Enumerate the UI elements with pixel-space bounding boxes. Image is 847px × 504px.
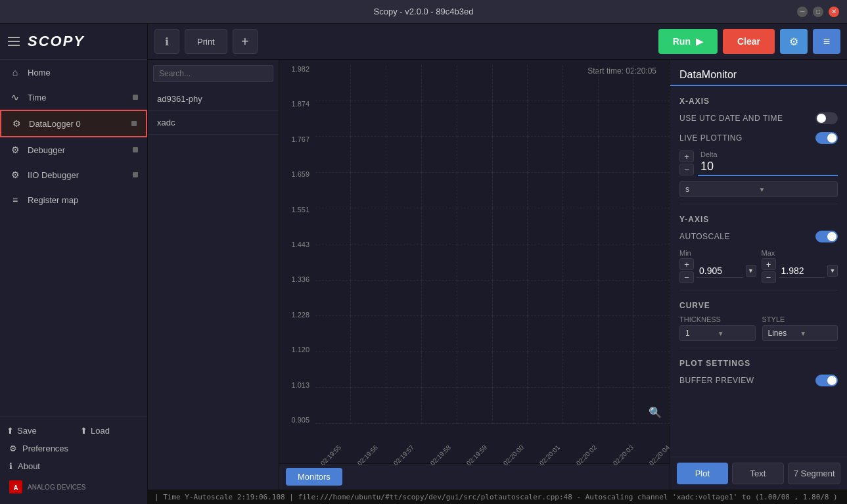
y-label-2: 1.767 xyxy=(291,135,309,143)
delta-increment[interactable]: + xyxy=(679,150,694,162)
sidebar-label-iio-debugger: IIO Debugger xyxy=(28,170,126,180)
style-dropdown[interactable]: Lines ▼ xyxy=(762,325,838,341)
channel-ad9361-label: ad9361-phy xyxy=(157,94,202,104)
datalogger-indicator xyxy=(131,121,137,126)
min-decrement[interactable]: − xyxy=(679,271,694,283)
style-value: Lines xyxy=(768,329,800,338)
thickness-group: THICKNESS 1 ▼ xyxy=(679,315,756,341)
buffer-preview-toggle[interactable] xyxy=(815,375,838,386)
about-button[interactable]: ℹ About xyxy=(0,457,147,475)
main-content: ℹ Print + Run ▶ Clear ⚙ ≡ xyxy=(148,24,847,504)
delta-value-input[interactable] xyxy=(698,158,838,176)
minimize-button[interactable]: ─ xyxy=(797,7,808,17)
preferences-button[interactable]: ⚙ Preferences xyxy=(0,440,147,457)
save-button[interactable]: ⬆ Save xyxy=(0,422,74,440)
min-controls: + − ▼ xyxy=(679,258,756,283)
channel-search-input[interactable] xyxy=(153,65,273,82)
style-chevron-icon: ▼ xyxy=(800,330,832,337)
run-button[interactable]: Run ▶ xyxy=(658,29,718,54)
x-axis-labels: 02:19:55 02:19:56 02:19:57 02:19:58 02:1… xyxy=(315,453,670,460)
segment-tab[interactable]: 7 Segment xyxy=(788,463,840,484)
curve-section: CURVE xyxy=(670,294,847,313)
divider-2 xyxy=(679,290,838,290)
max-increment[interactable]: + xyxy=(762,258,776,270)
status-text: | Time Y-Autoscale 2:19:06.108 | file://… xyxy=(154,493,838,501)
thickness-chevron-icon: ▼ xyxy=(718,330,750,337)
max-value-input[interactable] xyxy=(779,264,825,278)
autoscale-toggle[interactable] xyxy=(815,231,838,242)
delta-label: Delta xyxy=(698,150,838,158)
sidebar-nav: ⌂ Home ∿ Time ⚙ DataLogger 0 ⚙ Debugger … xyxy=(0,60,147,416)
run-icon: ▶ xyxy=(696,36,703,47)
save-icon: ⬆ xyxy=(7,426,14,436)
live-plotting-toggle[interactable] xyxy=(815,132,838,144)
sidebar-item-register-map[interactable]: ≡ Register map xyxy=(0,187,147,212)
max-dropdown[interactable]: ▼ xyxy=(827,265,838,277)
text-tab[interactable]: Text xyxy=(732,463,785,484)
utc-label: USE UTC DATE AND TIME xyxy=(679,114,810,123)
datalogger-icon: ⚙ xyxy=(11,118,22,129)
thickness-label: THICKNESS xyxy=(679,315,756,323)
min-increment[interactable]: + xyxy=(679,258,694,270)
sidebar-label-time: Time xyxy=(28,93,126,103)
close-button[interactable]: ✕ xyxy=(829,7,839,17)
y-label-0: 1.982 xyxy=(291,65,309,73)
sidebar-footer: ⬆ Save ⬆ Load ⚙ Preferences ℹ About A xyxy=(0,416,147,504)
style-label: STYLE xyxy=(762,315,838,323)
channel-ad9361-phy[interactable]: ad9361-phy xyxy=(148,87,279,111)
thickness-dropdown[interactable]: 1 ▼ xyxy=(679,325,756,341)
channel-xadc[interactable]: xadc xyxy=(148,111,279,135)
analog-devices-logo: A ANALOG DEVICES xyxy=(0,475,147,499)
divider-1 xyxy=(679,204,838,204)
sidebar: SCOPY ⌂ Home ∿ Time ⚙ DataLogger 0 ⚙ Deb… xyxy=(0,24,148,504)
delta-unit-value: s xyxy=(685,185,759,194)
utc-toggle[interactable] xyxy=(815,112,838,124)
chevron-down-icon: ▼ xyxy=(759,186,833,193)
debugger-icon: ⚙ xyxy=(9,144,21,156)
minmax-row: Min + − ▼ Max xyxy=(670,246,847,286)
info-button[interactable]: ℹ xyxy=(154,29,179,54)
delta-input-group: Delta xyxy=(698,150,838,176)
print-label: Print xyxy=(197,37,215,47)
hamburger-menu[interactable] xyxy=(8,37,20,46)
menu-button[interactable]: ≡ xyxy=(813,29,840,54)
delta-group: + − Delta xyxy=(670,148,847,179)
settings-button[interactable]: ⚙ xyxy=(780,29,808,54)
min-label: Min xyxy=(679,249,756,257)
sidebar-item-datalogger[interactable]: ⚙ DataLogger 0 xyxy=(0,110,147,137)
curve-settings-row: THICKNESS 1 ▼ STYLE Lines ▼ xyxy=(670,313,847,344)
utc-row: USE UTC DATE AND TIME xyxy=(670,108,847,128)
sidebar-item-home[interactable]: ⌂ Home xyxy=(0,60,147,85)
toolbar: ℹ Print + Run ▶ Clear ⚙ ≡ xyxy=(148,24,847,60)
delta-decrement[interactable]: − xyxy=(679,164,694,175)
analog-logo-icon: A xyxy=(9,480,22,493)
maximize-button[interactable]: □ xyxy=(813,7,823,17)
bottom-tabs: Monitors xyxy=(279,463,670,490)
load-label: Load xyxy=(91,426,110,436)
autoscale-label: AUTOSCALE xyxy=(679,232,810,241)
sidebar-item-time[interactable]: ∿ Time xyxy=(0,85,147,110)
monitors-tab[interactable]: Monitors xyxy=(286,468,342,486)
load-button[interactable]: ⬆ Load xyxy=(74,422,147,440)
max-controls: + − ▼ xyxy=(762,258,838,283)
sidebar-item-iio-debugger[interactable]: ⚙ IIO Debugger xyxy=(0,162,147,187)
divider-3 xyxy=(679,348,838,348)
min-dropdown[interactable]: ▼ xyxy=(746,265,756,277)
y-label-7: 1.228 xyxy=(291,311,309,319)
min-value-input[interactable] xyxy=(697,264,743,278)
add-button[interactable]: + xyxy=(233,29,258,54)
live-plotting-row: LIVE PLOTTING xyxy=(670,128,847,148)
plot-tab[interactable]: Plot xyxy=(677,463,728,484)
home-icon: ⌂ xyxy=(9,66,21,78)
y-label-9: 1.013 xyxy=(291,381,309,389)
plot-settings-section: PLOT SETTINGS xyxy=(670,352,847,371)
buffer-preview-label: BUFFER PREVIEW xyxy=(679,376,810,385)
max-decrement[interactable]: − xyxy=(762,271,776,283)
magnifier-button[interactable]: 🔍 xyxy=(649,406,662,419)
print-button[interactable]: Print xyxy=(185,29,227,54)
clear-button[interactable]: Clear xyxy=(723,29,775,54)
delta-unit-dropdown[interactable]: s ▼ xyxy=(679,181,838,197)
app-body: SCOPY ⌂ Home ∿ Time ⚙ DataLogger 0 ⚙ Deb… xyxy=(0,24,847,504)
sidebar-item-debugger[interactable]: ⚙ Debugger xyxy=(0,137,147,162)
debugger-indicator xyxy=(133,147,138,152)
